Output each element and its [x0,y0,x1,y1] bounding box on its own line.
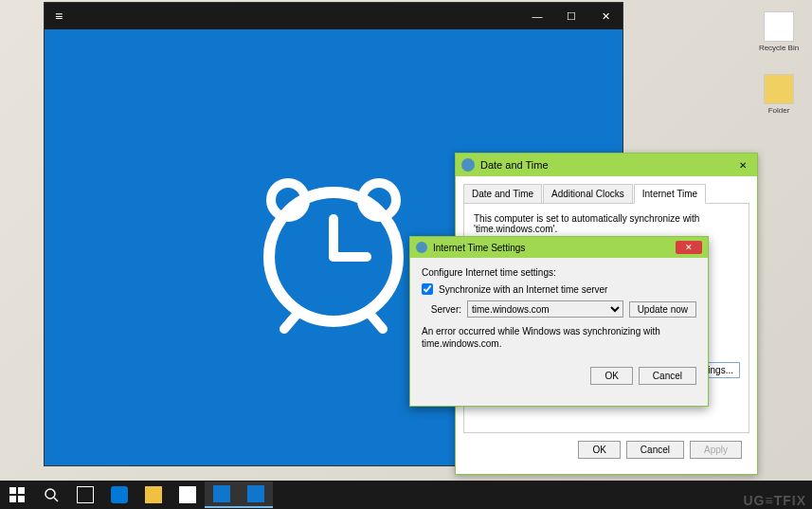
store-button[interactable] [171,482,205,508]
desktop-icon[interactable]: Folder [755,74,803,115]
store-icon [179,486,196,503]
edge-icon [111,486,128,503]
window-controls: — ☐ ✕ [520,3,623,29]
folder-icon [764,74,794,104]
desktop-icon[interactable]: Recycle Bin [755,11,803,52]
date-time-titlebar[interactable]: Date and Time ✕ [456,154,757,176]
configure-label: Configure Internet time settings: [422,267,696,278]
search-icon [44,487,59,502]
ok-button[interactable]: OK [578,441,620,459]
desktop-icon-label: Folder [755,106,803,115]
watermark: UG≡TFIX [744,493,807,508]
its-buttons: OK Cancel [410,359,708,392]
server-label: Server: [422,304,461,315]
alarms-icon [213,485,230,502]
svg-line-5 [284,316,296,329]
sync-checkbox-label: Synchronize with an Internet time server [439,284,607,295]
hamburger-menu-button[interactable]: ≡ [45,9,73,24]
update-now-button[interactable]: Update now [629,301,696,318]
sync-description: This computer is set to automatically sy… [474,213,739,234]
date-time-title: Date and Time [480,159,549,171]
search-button[interactable] [34,482,68,508]
minimize-button[interactable]: — [520,3,554,29]
clock-icon [416,242,427,253]
apply-button: Apply [690,441,742,459]
taskview-button[interactable] [68,482,102,508]
ok-button[interactable]: OK [590,367,632,385]
explorer-button[interactable] [136,482,171,508]
taskview-icon [77,486,94,503]
clock-icon [461,158,475,172]
its-titlebar[interactable]: Internet Time Settings ✕ [410,237,708,258]
svg-rect-9 [9,496,16,502]
folder-icon [145,486,162,503]
alarms-taskbar-button[interactable] [205,482,239,508]
settings-taskbar-button[interactable] [239,482,273,508]
alarm-clock-icon [239,153,428,342]
dialog-buttons: OK Cancel Apply [463,433,749,466]
recycle-bin-icon [764,11,794,42]
close-button[interactable]: ✕ [734,157,751,173]
internet-time-settings-dialog: Internet Time Settings ✕ Configure Inter… [409,236,709,407]
titlebar: ≡ — ☐ ✕ [45,3,623,29]
error-message: An error occurred while Windows was sync… [422,325,696,350]
svg-line-6 [371,316,383,329]
its-content: Configure Internet time settings: Synchr… [410,258,708,359]
maximize-button[interactable]: ☐ [554,3,588,29]
its-title: Internet Time Settings [433,243,525,253]
close-button[interactable]: ✕ [588,3,623,29]
svg-rect-10 [18,496,25,502]
svg-rect-7 [9,487,16,494]
tab-date-and-time[interactable]: Date and Time [463,184,542,203]
tab-additional-clocks[interactable]: Additional Clocks [543,184,633,203]
cancel-button[interactable]: Cancel [626,441,684,459]
svg-rect-8 [18,487,25,494]
svg-line-12 [54,498,58,501]
taskbar [0,481,812,509]
tab-internet-time[interactable]: Internet Time [634,184,706,204]
server-select[interactable]: time.windows.com [467,300,623,318]
desktop-icon-label: Recycle Bin [755,44,803,52]
sync-checkbox[interactable] [422,283,433,295]
close-button[interactable]: ✕ [676,241,702,254]
start-button[interactable] [0,482,34,508]
tab-bar: Date and Time Additional Clocks Internet… [463,184,749,204]
cancel-button[interactable]: Cancel [639,367,696,385]
svg-point-11 [45,489,55,499]
edge-button[interactable] [102,482,136,508]
settings-icon [247,485,264,502]
